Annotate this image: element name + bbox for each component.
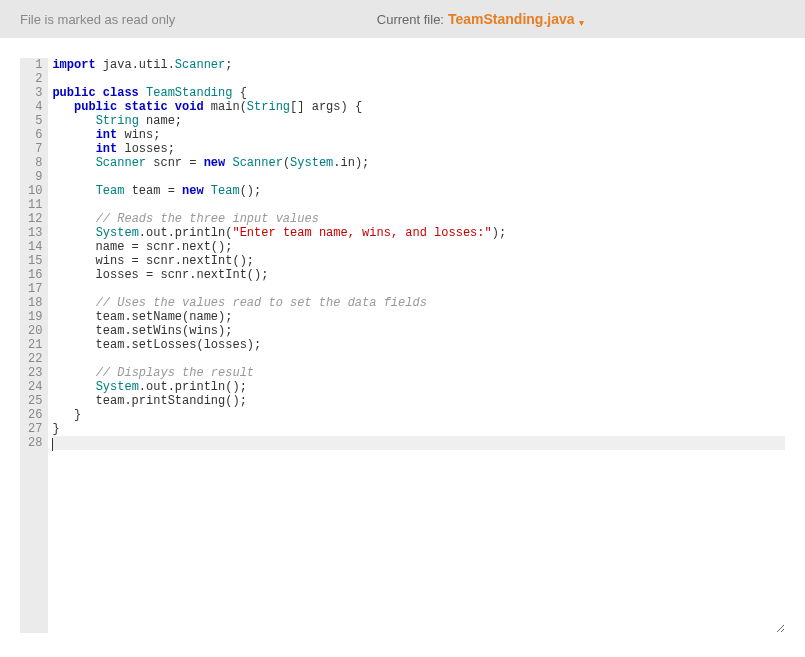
line-number: 5 — [28, 114, 42, 128]
code-line: public class TeamStanding { — [52, 86, 785, 100]
code-line: team.setWins(wins); — [52, 324, 785, 338]
code-line: import java.util.Scanner; — [52, 58, 785, 72]
code-editor[interactable]: 1234567891011121314151617181920212223242… — [20, 58, 785, 633]
code-line: int wins; — [52, 128, 785, 142]
line-number: 21 — [28, 338, 42, 352]
chevron-down-icon: ▾ — [579, 17, 584, 28]
line-number: 20 — [28, 324, 42, 338]
line-number: 3 — [28, 86, 42, 100]
editor-container: File is marked as read only Current file… — [0, 0, 805, 633]
line-number: 15 — [28, 254, 42, 268]
editor-header: File is marked as read only Current file… — [0, 0, 805, 38]
code-line — [52, 72, 785, 86]
line-number: 8 — [28, 156, 42, 170]
code-line — [52, 352, 785, 366]
text-cursor — [52, 438, 53, 451]
code-line: int losses; — [52, 142, 785, 156]
line-number: 1 — [28, 58, 42, 72]
code-line — [52, 198, 785, 212]
current-file-label: Current file: — [377, 12, 444, 27]
code-line: team.setLosses(losses); — [52, 338, 785, 352]
code-line: team.setName(name); — [52, 310, 785, 324]
line-number: 6 — [28, 128, 42, 142]
code-line: Scanner scnr = new Scanner(System.in); — [52, 156, 785, 170]
readonly-message: File is marked as read only — [20, 12, 175, 27]
code-line: wins = scnr.nextInt(); — [52, 254, 785, 268]
current-file-name: TeamStanding.java — [448, 11, 575, 27]
code-line: String name; — [52, 114, 785, 128]
file-selector[interactable]: Current file: TeamStanding.java ▾ — [175, 11, 785, 27]
line-number: 12 — [28, 212, 42, 226]
line-number: 19 — [28, 310, 42, 324]
line-number-gutter: 1234567891011121314151617181920212223242… — [20, 58, 48, 633]
line-number: 17 — [28, 282, 42, 296]
code-line — [52, 170, 785, 184]
line-number: 23 — [28, 366, 42, 380]
line-number: 16 — [28, 268, 42, 282]
line-number: 10 — [28, 184, 42, 198]
code-line: public static void main(String[] args) { — [52, 100, 785, 114]
code-line: team.printStanding(); — [52, 394, 785, 408]
line-number: 25 — [28, 394, 42, 408]
code-line: System.out.println(); — [52, 380, 785, 394]
code-area: import java.util.Scanner; public class T… — [48, 58, 785, 633]
line-number: 11 — [28, 198, 42, 212]
code-line: name = scnr.next(); — [52, 240, 785, 254]
line-number: 2 — [28, 72, 42, 86]
code-line: System.out.println("Enter team name, win… — [52, 226, 785, 240]
code-line — [52, 282, 785, 296]
line-number: 13 — [28, 226, 42, 240]
code-line: } — [52, 408, 785, 422]
code-line — [52, 436, 785, 450]
code-line: losses = scnr.nextInt(); — [52, 268, 785, 282]
line-number: 27 — [28, 422, 42, 436]
line-number: 28 — [28, 436, 42, 450]
line-number: 14 — [28, 240, 42, 254]
line-number: 22 — [28, 352, 42, 366]
line-number: 26 — [28, 408, 42, 422]
code-line: // Reads the three input values — [52, 212, 785, 226]
line-number: 9 — [28, 170, 42, 184]
code-line: // Uses the values read to set the data … — [52, 296, 785, 310]
code-line: } — [52, 422, 785, 436]
line-number: 4 — [28, 100, 42, 114]
line-number: 18 — [28, 296, 42, 310]
line-number: 7 — [28, 142, 42, 156]
code-line: Team team = new Team(); — [52, 184, 785, 198]
code-line: // Displays the result — [52, 366, 785, 380]
line-number: 24 — [28, 380, 42, 394]
